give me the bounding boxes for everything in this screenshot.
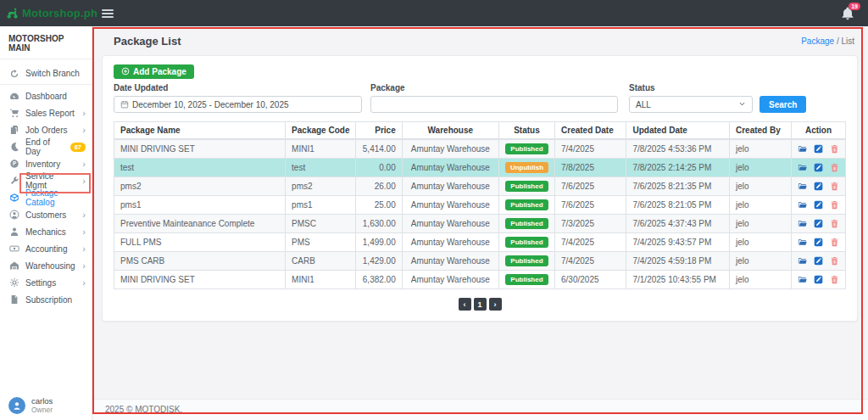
sidebar-item-label: Job Orders (25, 126, 67, 135)
sidebar-item-dashboard[interactable]: Dashboard (0, 87, 92, 104)
sidebar: MOTORSHOP MAIN Switch BranchDashboardSal… (0, 26, 92, 420)
delete-package-button[interactable] (830, 256, 839, 266)
package-list-card: Add Package Date Updated December 10, 20… (102, 55, 858, 322)
open-package-button[interactable] (798, 256, 807, 266)
cell-warehouse: Amuntay Warehouse (402, 252, 498, 271)
sidebar-item-settings[interactable]: Settings› (0, 274, 92, 291)
brand-logo[interactable]: Motorshop.ph (0, 7, 92, 20)
sidebar-item-accounting[interactable]: Accounting› (0, 240, 92, 257)
edit-package-button[interactable] (814, 238, 823, 247)
column-header-package-code: Package Code (286, 122, 356, 140)
notifications-bell-icon[interactable]: 19 (841, 7, 854, 20)
status-badge: Published (505, 143, 548, 154)
search-button[interactable]: Search (760, 96, 806, 113)
cell-warehouse: Amuntay Warehouse (402, 139, 498, 159)
sidebar-item-sales-report[interactable]: Sales Report› (0, 104, 92, 121)
status-badge: Published (505, 181, 548, 192)
delete-package-button[interactable] (830, 182, 839, 191)
delete-package-button[interactable] (830, 144, 839, 154)
date-updated-label: Date Updated (114, 83, 362, 92)
top-navbar: Motorshop.ph 19 (0, 0, 868, 26)
sidebar-item-job-orders[interactable]: Job Orders› (0, 121, 92, 138)
cell-package-name: PMS CARB (114, 252, 286, 271)
sidebar-item-end-of-day[interactable]: End of Day67 (0, 138, 92, 155)
edit-package-button[interactable] (814, 182, 823, 191)
sidebar-user[interactable]: carlos Owner (8, 397, 53, 414)
pagination: ‹1› (114, 298, 846, 311)
table-row: testtest0.00Amuntay WarehouseUnpublish7/… (114, 159, 846, 177)
sidebar-item-switch-branch[interactable]: Switch Branch (0, 63, 92, 85)
cell-updated-date: 7/8/2025 2:14:25 PM (626, 159, 730, 177)
cell-package-name: pms1 (114, 196, 286, 215)
delete-package-button[interactable] (830, 163, 839, 172)
table-row: FULL PMSPMS1,499.00Amuntay WarehousePubl… (114, 233, 846, 252)
edit-package-button[interactable] (814, 256, 823, 266)
sidebar-item-inventory[interactable]: PInventory› (0, 155, 92, 172)
open-package-button[interactable] (798, 144, 807, 154)
column-header-action: Action (791, 122, 845, 140)
open-package-button[interactable] (798, 275, 807, 284)
sidebar-item-customers[interactable]: Customers› (0, 206, 92, 223)
open-package-button[interactable] (798, 163, 807, 172)
cell-status: Published (498, 233, 554, 252)
cell-created-date: 7/4/2025 (555, 233, 626, 252)
cell-updated-date: 7/4/2025 9:43:57 PM (626, 233, 730, 252)
package-label: Package (370, 83, 618, 92)
date-range-input[interactable]: December 10, 2025 - December 10, 2025 (114, 96, 362, 113)
delete-package-button[interactable] (830, 200, 839, 210)
cell-created-by: jelo (729, 159, 791, 177)
brand-name: Motorshop.ph (22, 7, 97, 20)
sidebar-item-label: Accounting (25, 244, 67, 254)
open-package-button[interactable] (798, 219, 807, 228)
calendar-icon (120, 100, 129, 109)
pagination-next-button[interactable]: › (489, 298, 502, 311)
sidebar-item-subscription[interactable]: Subscription (0, 291, 92, 308)
open-package-button[interactable] (798, 238, 807, 247)
edit-package-button[interactable] (814, 219, 823, 228)
cell-package-code: CARB (286, 252, 356, 271)
user-circle-icon (9, 210, 19, 220)
cell-package-code: MINI1 (286, 139, 356, 159)
edit-package-button[interactable] (814, 163, 823, 172)
open-package-button[interactable] (798, 200, 807, 210)
package-search-input[interactable] (370, 96, 618, 113)
status-select[interactable]: ALL (629, 96, 753, 113)
edit-package-button[interactable] (814, 275, 823, 284)
footer: 2025 © MOTODISK. (92, 399, 868, 420)
open-package-button[interactable] (798, 182, 807, 191)
motorcycle-icon (6, 7, 19, 20)
package-icon (9, 193, 19, 203)
breadcrumb: Package / List (801, 36, 854, 46)
cell-updated-date: 7/8/2025 4:53:36 PM (626, 139, 730, 159)
sidebar-item-mechanics[interactable]: Mechanics› (0, 223, 92, 240)
cell-created-date: 6/30/2025 (555, 271, 626, 289)
column-header-updated-date: Updated Date (626, 122, 730, 140)
sidebar-item-warehousing[interactable]: Warehousing› (0, 257, 92, 274)
sidebar-item-package-catalog[interactable]: Package Catalog (0, 189, 92, 206)
sidebar-item-label: Service Mgmt (25, 171, 76, 190)
column-header-package-name: Package Name (114, 122, 286, 140)
pagination-page-1[interactable]: 1 (474, 298, 487, 311)
breadcrumb-package-link[interactable]: Package (801, 36, 834, 46)
chevron-right-icon: › (82, 126, 86, 135)
edit-package-button[interactable] (814, 200, 823, 210)
cell-price: 1,630.00 (356, 215, 402, 233)
cogs-icon (9, 277, 19, 288)
sidebar-item-service-mgmt[interactable]: Service Mgmt› (0, 172, 92, 189)
chevron-right-icon: › (82, 244, 86, 254)
menu-toggle-icon[interactable] (102, 9, 114, 18)
delete-package-button[interactable] (830, 219, 839, 228)
dashboard-icon (9, 91, 19, 101)
cell-price: 6,382.00 (356, 271, 402, 289)
cell-status: Unpublish (498, 159, 554, 177)
cell-action (791, 139, 845, 159)
delete-package-button[interactable] (830, 238, 839, 247)
cell-created-date: 7/3/2025 (555, 215, 626, 233)
cell-price: 5,414.00 (356, 139, 402, 159)
cell-updated-date: 7/6/2025 8:21:35 PM (626, 177, 730, 196)
edit-package-button[interactable] (814, 144, 823, 154)
status-badge: Published (505, 218, 548, 229)
pagination-prev-button[interactable]: ‹ (459, 298, 471, 311)
delete-package-button[interactable] (830, 275, 839, 284)
add-package-button[interactable]: Add Package (114, 64, 194, 79)
